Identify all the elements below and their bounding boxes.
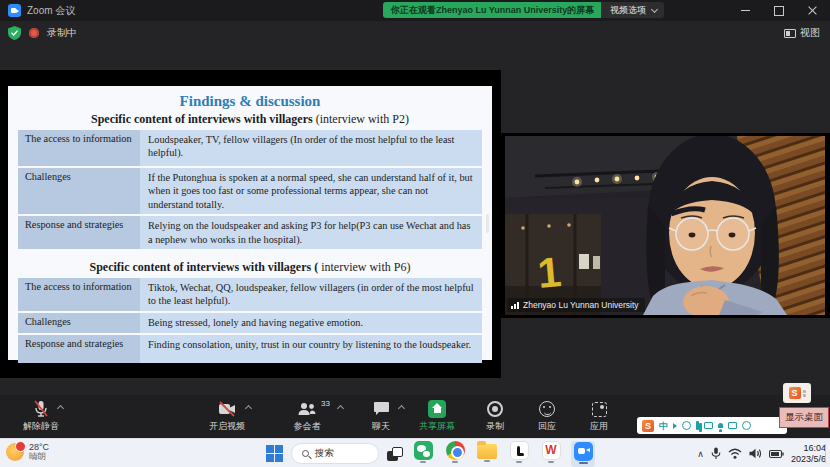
taskbar-app-explorer[interactable] — [475, 441, 499, 467]
ime-language-icon[interactable]: 中 — [659, 421, 668, 431]
tray-microphone-icon[interactable] — [711, 447, 721, 460]
interview-table-p2: The access to information Loudspeaker, T… — [18, 130, 482, 249]
ime-mic-icon[interactable] — [696, 421, 699, 430]
row-value: Loudspeaker, TV, fellow villagers (In or… — [140, 130, 482, 166]
record-label: 录制 — [486, 420, 504, 433]
row-value: Relying on the loudspeaker and asking P3… — [140, 216, 482, 249]
share-screen-icon — [428, 400, 446, 418]
unmute-button[interactable]: 解除静音 — [12, 399, 70, 433]
chat-label: 聊天 — [372, 420, 390, 433]
ime-emoji-icon[interactable] — [682, 421, 691, 430]
share-screen-button[interactable]: 共享屏幕 — [408, 399, 466, 433]
taskbar-app-zoom-active[interactable] — [571, 441, 595, 467]
zoom-meeting-window: Zoom 会议 你正在观看Zhenyao Lu Yunnan Universit… — [0, 0, 830, 467]
wps-icon: W — [542, 441, 561, 460]
security-shield-icon[interactable] — [8, 26, 21, 40]
slide-scrollbar-thumb[interactable] — [486, 214, 489, 233]
wifi-icon[interactable] — [728, 448, 742, 459]
participants-icon — [297, 401, 317, 417]
folder-icon — [477, 444, 497, 459]
watching-screen-banner: 你正在观看Zhenyao Lu Yunnan University的屏幕 — [383, 2, 602, 18]
section-heading-p2: Specific content of interviews with vill… — [8, 112, 492, 127]
sogou-logo-icon: S — [789, 387, 801, 399]
windows-taskbar: 28°C 晴朗 搜索 W ∧ — [0, 438, 830, 467]
row-label: Challenges — [18, 168, 140, 214]
webcam-feed: 1 — [505, 136, 825, 315]
app-title: Zoom 会议 — [27, 4, 75, 18]
audio-options-chevron[interactable] — [57, 405, 64, 412]
table-row: Challenges Being stressed, lonely and ha… — [18, 313, 482, 333]
section-heading-p6: Specific content of interviews with vill… — [8, 260, 492, 275]
table-row: Response and strategies Relying on the l… — [18, 216, 482, 249]
sogou-menu-dots-icon — [803, 390, 806, 397]
row-value: Being stressed, lonely and having negati… — [140, 313, 482, 333]
video-options-label: 视频选项 — [610, 4, 646, 17]
maximize-button[interactable] — [762, 0, 796, 21]
section-heading-bold: Specific content of interviews with vill… — [90, 260, 319, 274]
battery-icon[interactable] — [769, 449, 784, 459]
start-video-button[interactable]: 开启视频 — [198, 399, 256, 433]
taskbar-app-chrome[interactable] — [443, 441, 467, 467]
view-layout-icon — [784, 29, 796, 38]
close-button[interactable] — [796, 0, 830, 21]
participant-video-tile[interactable]: 1 — [497, 133, 830, 318]
taskbar-search-box[interactable]: 搜索 — [291, 443, 379, 464]
participants-chevron[interactable] — [337, 405, 344, 412]
ime-keyboard-icon[interactable] — [704, 422, 713, 429]
participants-label: 参会者 — [294, 420, 321, 433]
chat-button[interactable]: 聊天 — [352, 399, 410, 433]
apps-label: 应用 — [590, 420, 608, 433]
share-screen-label: 共享屏幕 — [419, 420, 455, 433]
taskbar-app-wechat[interactable] — [411, 441, 435, 467]
table-row: The access to information Loudspeaker, T… — [18, 130, 482, 166]
chat-chevron[interactable] — [397, 405, 404, 412]
view-label: 视图 — [800, 26, 820, 40]
search-icon — [302, 450, 309, 457]
participants-button[interactable]: 33 参会者 — [278, 399, 336, 433]
ime-skin-icon[interactable] — [718, 423, 723, 428]
minimize-button[interactable] — [728, 0, 762, 21]
start-video-label: 开启视频 — [209, 420, 245, 433]
record-button[interactable]: 录制 — [466, 399, 524, 433]
show-desktop-button[interactable]: 显示桌面 — [779, 407, 829, 428]
table-row: Challenges If the Putonghua is spoken at… — [18, 168, 482, 214]
search-label: 搜索 — [315, 447, 334, 460]
svg-text:1: 1 — [536, 248, 563, 297]
taskbar-app-wps[interactable]: W — [539, 441, 563, 467]
show-desktop-edge[interactable] — [825, 444, 826, 463]
apps-button[interactable]: 应用 — [570, 399, 628, 433]
windows-start-button[interactable] — [266, 445, 283, 462]
clock-date: 2023/5/6 — [791, 454, 826, 465]
row-label: The access to information — [18, 278, 140, 311]
sogou-ime-toolbar[interactable]: S 中 — [637, 417, 787, 434]
taskbar-app-phone[interactable] — [507, 441, 531, 467]
table-row: Response and strategies Finding consolat… — [18, 335, 482, 363]
taskbar-clock[interactable]: 16:04 2023/5/6 — [791, 443, 826, 465]
ime-clothes-icon[interactable] — [728, 422, 737, 429]
reactions-button[interactable]: 回应 — [518, 399, 576, 433]
meeting-content-area: Findings & discussion Specific content o… — [0, 46, 830, 395]
reactions-smiley-icon — [539, 401, 555, 417]
view-button[interactable]: 视图 — [784, 26, 820, 40]
hidden-icons-chevron[interactable]: ∧ — [697, 449, 704, 459]
video-options-dropdown[interactable]: 视频选项 — [601, 2, 664, 18]
taskbar-weather-widget[interactable]: 28°C 晴朗 — [6, 442, 49, 462]
row-label: Response and strategies — [18, 335, 140, 363]
shared-slide: Findings & discussion Specific content o… — [8, 86, 492, 360]
volume-icon[interactable] — [749, 448, 762, 459]
record-icon — [487, 401, 503, 417]
row-value: Finding consolation, unity, trust in our… — [140, 335, 482, 363]
ime-cursor-icon[interactable] — [673, 423, 677, 429]
connection-signal-icon — [511, 302, 519, 309]
row-label: Challenges — [18, 313, 140, 333]
weather-sun-icon — [6, 443, 24, 461]
sogou-logo-icon[interactable]: S — [642, 420, 654, 432]
zoom-app-icon — [574, 442, 593, 461]
sogou-floating-icon[interactable]: S — [783, 383, 811, 403]
video-options-chevron[interactable] — [244, 405, 251, 412]
camera-off-icon — [218, 401, 237, 417]
task-view-button[interactable] — [387, 447, 403, 461]
meeting-info-bar: 录制中 视图 — [0, 21, 830, 46]
recording-indicator-icon[interactable] — [29, 28, 39, 38]
ime-toolbox-icon[interactable] — [742, 421, 751, 430]
